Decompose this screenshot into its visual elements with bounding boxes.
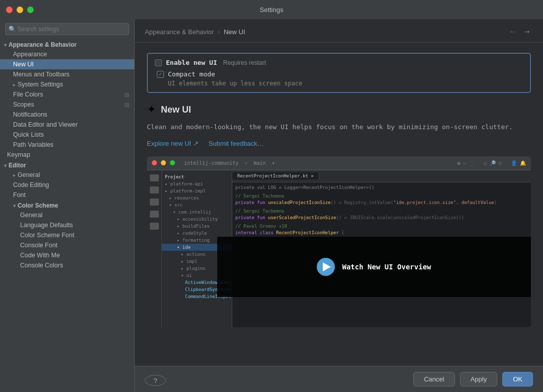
sidebar-item-label: System Settings: [18, 81, 63, 88]
mini-git-icon: [150, 199, 159, 206]
mini-file-platform: ▸ platform-api: [162, 180, 232, 187]
sidebar-item-appearance-behavior[interactable]: ▾ Appearance & Behavior: [0, 39, 134, 49]
minimize-button[interactable]: [17, 7, 23, 13]
sidebar-item-code-with-me[interactable]: Code With Me: [0, 250, 134, 260]
sidebar-item-language-defaults[interactable]: Language Defaults: [0, 220, 134, 230]
mini-tab-bar: RecentProjectIconHelper.kt ✕: [232, 170, 531, 182]
mini-debug-icon: [150, 211, 159, 218]
chevron-down-icon: ▾: [4, 163, 7, 168]
sidebar-item-color-scheme-font[interactable]: Color Scheme Font: [0, 230, 134, 240]
sidebar-item-label: Appearance: [13, 51, 47, 58]
mini-code-content: private val LOG = Logger<RecentProjectIc…: [235, 184, 528, 236]
sidebar-item-label: Quick Lists: [13, 131, 44, 138]
sidebar-item-label: Console Colors: [20, 262, 63, 269]
explore-link[interactable]: Explore new UI ↗: [147, 140, 199, 147]
breadcrumb: Appearance & Behavior › New UI: [145, 28, 245, 36]
sidebar-item-label: Data Editor and Viewer: [13, 121, 77, 128]
sidebar-item-new-ui[interactable]: New UI: [0, 59, 134, 69]
sidebar-item-console-font[interactable]: Console Font: [0, 240, 134, 250]
mini-file-accessibility: ▸ accessibility: [162, 216, 232, 223]
compact-mode-row: Compact mode: [157, 70, 523, 78]
maximize-button[interactable]: [27, 7, 34, 13]
ok-button[interactable]: OK: [502, 372, 533, 386]
mini-file-resources: ▸ resources: [162, 194, 232, 202]
sidebar-item-console-colors[interactable]: Console Colors: [0, 260, 134, 270]
mini-search-icon: [150, 186, 159, 193]
sidebar-item-path-variables[interactable]: Path Variables: [0, 140, 134, 150]
icon-list: ▤: [124, 91, 129, 98]
sidebar-group-label: Appearance & Behavior: [9, 41, 76, 48]
preview-container: intellij-community › main ▾ ● ▷ ⋮ ◎ 🔎 ⚙ …: [147, 156, 531, 327]
mini-run-icon: [150, 223, 159, 230]
mini-branch-label: intellij-community › main ▾: [184, 160, 275, 166]
sidebar-tree: ▾ Appearance & Behavior Appearance New U…: [0, 39, 134, 392]
search-input[interactable]: [5, 23, 129, 35]
panel-header: Appearance & Behavior › New UI ← →: [135, 19, 543, 43]
sidebar-item-keymap[interactable]: Keymap: [0, 150, 134, 160]
sidebar-item-cs-general[interactable]: General: [0, 210, 134, 220]
forward-button[interactable]: →: [521, 26, 533, 37]
sidebar: 🔍 ▾ Appearance & Behavior Appearance New…: [0, 19, 135, 392]
sidebar-item-data-editor[interactable]: Data Editor and Viewer: [0, 120, 134, 130]
mini-file-buildfiles: ▸ buildFiles: [162, 223, 232, 230]
sidebar-item-notifications[interactable]: Notifications: [0, 110, 134, 120]
sidebar-item-quick-lists[interactable]: Quick Lists: [0, 130, 134, 140]
video-overlay[interactable]: Watch New UI Overview: [217, 237, 531, 297]
sidebar-item-editor[interactable]: ▾ Editor: [0, 160, 134, 170]
chevron-right-icon: ▸: [13, 172, 16, 178]
mini-tab-file: RecentProjectIconHelper.kt ✕: [232, 172, 319, 179]
sidebar-item-label: Font: [13, 191, 26, 199]
chevron-down-icon: ▾: [4, 42, 7, 48]
window-controls: [6, 7, 34, 13]
newui-title: New UI: [161, 105, 191, 115]
sidebar-item-scopes[interactable]: Scopes ▤: [0, 100, 134, 110]
sidebar-item-label: Language Defaults: [20, 222, 73, 229]
mini-file-comintellij: ▾ com.intellij: [162, 209, 232, 216]
sidebar-item-code-editing[interactable]: Code Editing: [0, 180, 134, 190]
sidebar-group-label: Color Scheme: [18, 202, 58, 209]
enable-section: Enable new UI Requires restart Compact m…: [147, 53, 531, 93]
sidebar-item-label: Path Variables: [13, 141, 53, 148]
sidebar-item-color-scheme[interactable]: ▾ Color Scheme: [0, 200, 134, 210]
sidebar-item-label: General: [20, 212, 42, 219]
sidebar-item-label: File Colors: [13, 91, 43, 98]
sidebar-item-font[interactable]: Font: [0, 190, 134, 200]
sidebar-item-label: Color Scheme Font: [20, 232, 74, 239]
compact-mode-desc: UI elements take up less screen space: [168, 80, 523, 87]
cancel-button[interactable]: Cancel: [413, 372, 455, 386]
bottom-bar: ? Cancel Apply OK: [135, 366, 543, 392]
sidebar-item-system-settings[interactable]: ▸ System Settings: [0, 79, 134, 89]
compact-mode-label: Compact mode: [168, 70, 215, 78]
newui-description: Clean and modern-looking, the new UI hel…: [147, 122, 531, 133]
titlebar: Settings: [0, 0, 543, 19]
sidebar-group-label: Editor: [9, 162, 26, 169]
nav-arrows: ← →: [507, 26, 533, 37]
sidebar-item-file-colors[interactable]: File Colors ▤: [0, 89, 134, 100]
right-panel: Appearance & Behavior › New UI ← → Enabl…: [135, 19, 543, 392]
compact-mode-checkbox[interactable]: [157, 71, 164, 78]
play-button[interactable]: [317, 258, 335, 276]
feedback-link[interactable]: Submit feedback…: [209, 140, 264, 147]
sidebar-item-menus-toolbars[interactable]: Menus and Toolbars: [0, 69, 134, 79]
mini-icons-right: ● ▷ ⋮ ◎ 🔎 ⚙ 👤 🔔: [458, 160, 526, 166]
sidebar-item-label: Code Editing: [13, 181, 49, 188]
play-icon: [323, 262, 331, 271]
enable-newui-checkbox[interactable]: [155, 59, 162, 66]
sidebar-item-label: General: [18, 171, 40, 178]
mini-titlebar: intellij-community › main ▾ ● ▷ ⋮ ◎ 🔎 ⚙ …: [147, 156, 531, 170]
breadcrumb-parent: Appearance & Behavior: [145, 28, 214, 36]
help-button[interactable]: ?: [145, 375, 166, 386]
sidebar-item-appearance[interactable]: Appearance: [0, 49, 134, 59]
sidebar-item-general[interactable]: ▸ General: [0, 170, 134, 180]
search-wrapper: 🔍: [5, 23, 129, 35]
sparkle-icon: ✦: [147, 103, 156, 116]
close-button[interactable]: [6, 7, 13, 13]
sidebar-item-label: Keymap: [7, 151, 30, 158]
mini-file-platform-impl: ▸ platform-impl: [162, 187, 232, 194]
mini-file-codestyle: ▸ codeStyle: [162, 230, 232, 237]
back-button[interactable]: ←: [507, 26, 519, 37]
video-title: Watch New UI Overview: [342, 263, 431, 271]
apply-button[interactable]: Apply: [460, 372, 498, 386]
enable-newui-label: Enable new UI: [166, 59, 217, 66]
mini-sidebar-icons: [147, 170, 162, 327]
